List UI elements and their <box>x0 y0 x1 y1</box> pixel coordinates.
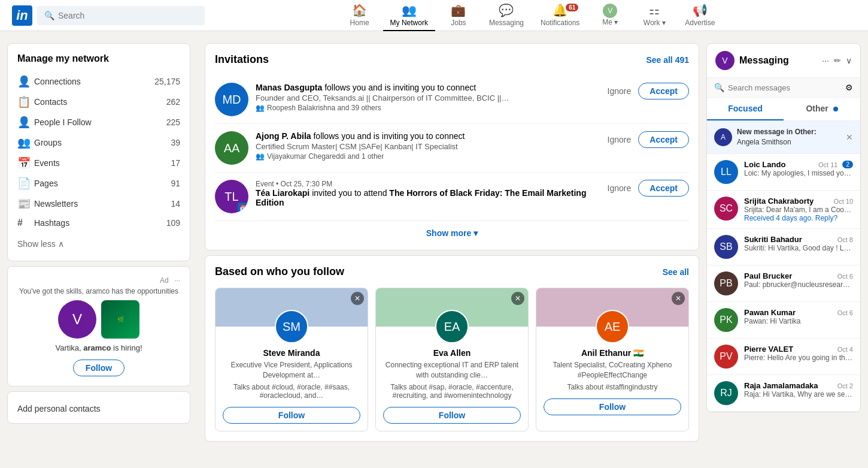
connections-icon: 👤 <box>17 75 34 88</box>
close-eva-button[interactable]: ✕ <box>511 292 524 305</box>
conversation-pierre[interactable]: PV Pierre VALET Oct 4 Pierre: Hello Are … <box>707 339 860 375</box>
conversation-raja[interactable]: RJ Raja Jamalamadaka Oct 2 Raja: Hi Vart… <box>707 375 860 412</box>
nav-advertise-label: Advertise <box>685 19 715 27</box>
conversation-loic[interactable]: LL Loic Lando Oct 11 2 Loic: My apologie… <box>707 154 860 191</box>
see-all-invitations[interactable]: See all 491 <box>646 55 689 65</box>
ad-person-avatar: V <box>58 300 96 339</box>
mutual-icon-ajong: 👥 <box>256 152 265 161</box>
conversation-pawan[interactable]: PK Pawan Kumar Oct 6 Pawan: Hi Vartika <box>707 302 860 339</box>
follow-name-eva[interactable]: Eva Allen <box>383 348 521 358</box>
follow-steve-button[interactable]: Follow <box>223 407 360 424</box>
msg-notification-toast: A New message in Other: Angela Smithson … <box>707 121 860 154</box>
close-steve-button[interactable]: ✕ <box>351 292 364 305</box>
advertise-icon: 📢 <box>693 3 708 17</box>
conversation-paul[interactable]: PB Paul Brucker Oct 6 Paul: pbrucker@nuc… <box>707 265 860 302</box>
events-icon: 📅 <box>17 156 34 170</box>
messaging-search-input[interactable] <box>728 83 845 92</box>
tab-focused[interactable]: Focused <box>707 98 784 120</box>
notif-text: New message in Other: Angela Smithson <box>737 127 846 147</box>
accept-manas-button[interactable]: Accept <box>638 83 689 99</box>
notif-close-button[interactable]: ✕ <box>846 132 853 142</box>
conversation-list: LL Loic Lando Oct 11 2 Loic: My apologie… <box>707 154 860 412</box>
me-avatar: V <box>603 4 617 18</box>
msg-filter-icon[interactable]: ⚙ <box>845 83 853 92</box>
inv-actions-ajong: Ignore Accept <box>608 131 689 148</box>
conv-unread-loic: 2 <box>842 161 853 168</box>
ad-options-icon[interactable]: ··· <box>174 276 180 285</box>
nav-home[interactable]: 🏠 Home <box>339 0 381 31</box>
search-bar[interactable]: 🔍 <box>37 6 205 25</box>
invitation-manas: MD Manas Dasgupta follows you and is inv… <box>215 76 689 124</box>
follow-name-steve[interactable]: Steve Miranda <box>223 348 360 358</box>
show-more-button[interactable]: Show more ▾ <box>215 221 689 240</box>
sidebar-item-pages[interactable]: 📄 Pages 91 <box>17 173 180 194</box>
tab-other[interactable]: Other <box>784 98 860 120</box>
inv-info-tea: Event • Oct 25, 7:30 PM Téa Liarokapi in… <box>256 180 600 207</box>
follow-desc-steve: Executive Vice President, Applications D… <box>223 360 360 381</box>
nav-me[interactable]: V Me ▾ <box>589 0 631 31</box>
nav-jobs[interactable]: 💼 Jobs <box>438 0 479 31</box>
nav-work[interactable]: ⚏ Work ▾ <box>633 0 675 31</box>
invitation-tea: TL 📅 Event • Oct 25, 7:30 PM Téa Liaroka… <box>215 173 689 221</box>
messaging-tabs: Focused Other <box>707 98 860 121</box>
sidebar-item-connections[interactable]: 👤 Connections 25,175 <box>17 71 180 92</box>
conv-top-pawan: Pawan Kumar Oct 6 <box>744 308 853 317</box>
ignore-ajong-button[interactable]: Ignore <box>608 135 632 144</box>
conv-body-pierre: Pierre VALET Oct 4 Pierre: Hello Are you… <box>744 345 853 362</box>
follow-section-title: Based on who you follow <box>215 265 344 278</box>
sidebar-item-hashtags[interactable]: # Hashtags 109 <box>17 214 180 232</box>
notif-from: Angela Smithson <box>737 138 791 146</box>
accept-ajong-button[interactable]: Accept <box>638 131 689 148</box>
inv-mutual-ajong: 👥 Vijayakumar Chegareddi and 1 other <box>256 152 600 161</box>
conversation-sukriti[interactable]: SB Sukriti Bahadur Oct 8 Sukriti: Hi Var… <box>707 229 860 265</box>
right-panel: V Messaging ··· ✏ ∨ 🔍 ⚙ Focused Other <box>706 43 868 446</box>
nav-center: 🏠 Home 👥 My Network 💼 Jobs 💬 Messaging 🔔… <box>339 0 723 31</box>
conv-name-pawan: Pawan Kumar <box>744 308 796 317</box>
inv-name-text-tea[interactable]: Téa Liarokapi <box>256 188 309 198</box>
groups-label: Groups <box>34 138 171 147</box>
inv-name-text[interactable]: Manas Dasgupta <box>256 83 322 92</box>
ignore-manas-button[interactable]: Ignore <box>608 86 632 96</box>
ignore-tea-button[interactable]: Ignore <box>608 183 632 193</box>
inv-name-text-ajong[interactable]: Ajong P. Abila <box>256 131 311 141</box>
conv-body-raja: Raja Jamalamadaka Oct 2 Raja: Hi Vartika… <box>744 381 853 398</box>
follow-banner-eva: ✕ EA <box>376 288 528 327</box>
show-less-label: Show less <box>17 239 56 249</box>
inv-name-tea: Téa Liarokapi invited you to attend The … <box>256 188 600 207</box>
messaging-compose-icon[interactable]: ✏ <box>834 56 841 65</box>
notif-avatar: A <box>714 128 732 146</box>
messaging-options-icon[interactable]: ··· <box>822 56 829 65</box>
sidebar-item-groups[interactable]: 👥 Groups 39 <box>17 132 180 153</box>
accept-tea-button[interactable]: Accept <box>638 180 689 197</box>
close-anil-button[interactable]: ✕ <box>672 292 685 305</box>
conv-avatar-loic: LL <box>714 160 738 184</box>
sidebar-item-newsletters[interactable]: 📰 Newsletters 14 <box>17 194 180 214</box>
add-contacts-card: Add personal contacts <box>7 391 190 424</box>
conv-avatar-paul: PB <box>714 271 738 295</box>
show-less-button[interactable]: Show less ∧ <box>17 237 180 251</box>
nav-my-network[interactable]: 👥 My Network <box>383 0 435 31</box>
follow-avatar-steve: SM <box>275 310 308 343</box>
nav-notifications[interactable]: 🔔 61 Notifications <box>533 0 587 31</box>
nav-work-label: Work ▾ <box>644 19 666 27</box>
nav-advertise[interactable]: 📢 Advertise <box>678 0 722 31</box>
sidebar-item-contacts[interactable]: 📋 Contacts 262 <box>17 92 180 112</box>
see-all-follow[interactable]: See all <box>663 267 689 277</box>
sidebar-item-people-follow[interactable]: 👤 People I Follow 225 <box>17 112 180 132</box>
follow-talks-steve: Talks about #cloud, #oracle, ##saas, #or… <box>223 383 360 400</box>
follow-anil-button[interactable]: Follow <box>544 398 681 415</box>
inv-avatar-ajong: AA <box>215 131 248 165</box>
messaging-collapse-icon[interactable]: ∨ <box>846 56 852 65</box>
follow-name-anil[interactable]: Anil Ethanur 🇮🇳 <box>544 348 681 358</box>
follow-eva-button[interactable]: Follow <box>383 407 521 424</box>
nav-messaging[interactable]: 💬 Messaging <box>482 0 531 31</box>
sidebar-item-events[interactable]: 📅 Events 17 <box>17 153 180 173</box>
conv-preview-srijita: Srijita: Dear Ma'am, I am a Coo… <box>744 206 853 214</box>
ad-follow-button[interactable]: Follow <box>73 360 125 376</box>
linkedin-logo[interactable]: in <box>12 5 32 26</box>
messaging-header: V Messaging ··· ✏ ∨ <box>707 44 860 78</box>
conversation-srijita[interactable]: SC Srijita Chakraborty Oct 10 Srijita: D… <box>707 191 860 229</box>
main-content: Invitations See all 491 MD Manas Dasgupt… <box>198 43 706 446</box>
search-input[interactable] <box>58 11 198 20</box>
conv-preview-raja: Raja: Hi Vartika, Why are we seeing the … <box>744 390 853 398</box>
